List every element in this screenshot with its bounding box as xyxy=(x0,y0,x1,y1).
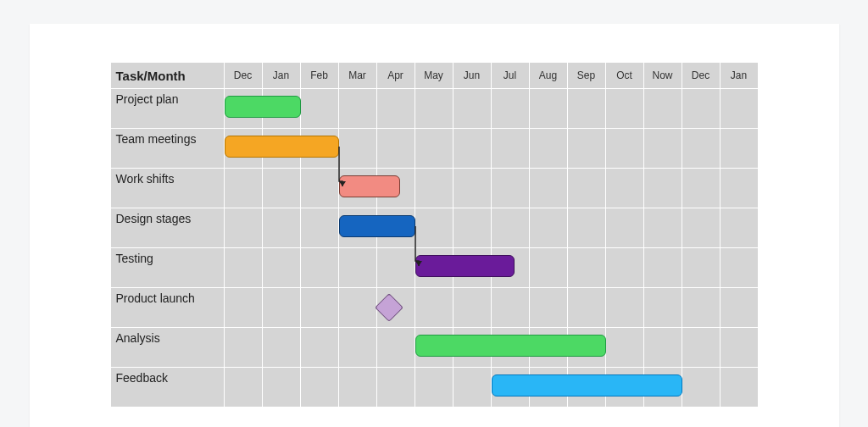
task-label: Product launch xyxy=(110,288,225,327)
grid-cell xyxy=(492,248,530,287)
grid-cell xyxy=(644,368,682,407)
grid-cell xyxy=(453,328,492,367)
grid-cell xyxy=(682,89,721,128)
grid-cell xyxy=(721,328,759,367)
grid-cell xyxy=(721,129,759,168)
grid-cell xyxy=(263,208,301,247)
grid-cell xyxy=(568,288,606,327)
grid-cell xyxy=(339,288,377,327)
grid-cell xyxy=(721,208,759,247)
gantt-card: Task/Month Dec Jan Feb Mar Apr May Jun J… xyxy=(30,24,839,427)
grid-cell xyxy=(377,129,415,168)
grid-cell xyxy=(263,129,301,168)
grid-cell xyxy=(644,328,682,367)
task-label: Work shifts xyxy=(110,169,225,208)
grid-cell xyxy=(339,328,377,367)
grid-cell xyxy=(415,89,453,128)
grid-cell xyxy=(682,328,721,367)
grid-cell xyxy=(377,368,415,407)
grid-cell xyxy=(377,208,415,247)
grid-cell xyxy=(568,208,606,247)
grid-cell xyxy=(301,208,339,247)
grid-cell xyxy=(301,89,339,128)
grid-cell xyxy=(721,89,759,128)
grid-cell xyxy=(415,248,453,287)
gantt-row: Team meetings xyxy=(110,128,759,168)
month-col: Jan xyxy=(721,63,759,88)
grid-cell xyxy=(301,248,339,287)
grid-cell xyxy=(377,89,415,128)
grid-cell xyxy=(225,248,263,287)
grid-cell xyxy=(530,368,568,407)
month-col: Feb xyxy=(301,63,339,88)
grid-cell xyxy=(263,328,301,367)
grid-cell xyxy=(682,288,721,327)
grid-cell xyxy=(339,169,377,208)
grid-cell xyxy=(339,208,377,247)
grid-cell xyxy=(339,248,377,287)
grid-cell xyxy=(568,89,606,128)
grid-cell xyxy=(492,288,530,327)
grid-cell xyxy=(530,328,568,367)
grid-cell xyxy=(339,89,377,128)
grid-cell xyxy=(606,328,644,367)
grid-cell xyxy=(453,248,492,287)
grid-cell xyxy=(453,89,492,128)
grid-cell xyxy=(453,368,492,407)
grid-cell xyxy=(225,328,263,367)
grid-cell xyxy=(339,129,377,168)
grid-cell xyxy=(263,248,301,287)
grid-cell xyxy=(568,368,606,407)
month-col: Dec xyxy=(682,63,721,88)
grid-cell xyxy=(721,288,759,327)
grid-cell xyxy=(492,89,530,128)
grid-cell xyxy=(415,129,453,168)
task-label: Design stages xyxy=(110,208,225,247)
grid-cell xyxy=(301,129,339,168)
grid-cell xyxy=(530,288,568,327)
grid-cell xyxy=(263,89,301,128)
task-label: Analysis xyxy=(110,328,225,367)
grid-cell xyxy=(225,288,263,327)
grid-cell xyxy=(606,368,644,407)
grid-cell xyxy=(492,169,530,208)
grid-cell xyxy=(530,208,568,247)
grid-cell xyxy=(530,248,568,287)
grid-cell xyxy=(721,248,759,287)
grid-cell xyxy=(225,169,263,208)
grid-cell xyxy=(606,89,644,128)
grid-cell xyxy=(263,169,301,208)
grid-cell xyxy=(530,89,568,128)
header-task-label: Task/Month xyxy=(110,63,225,88)
task-label: Feedback xyxy=(110,368,225,407)
grid-cell xyxy=(415,208,453,247)
grid-cell xyxy=(225,129,263,168)
gantt-row: Testing xyxy=(110,247,759,287)
grid-cell xyxy=(263,288,301,327)
month-col: Mar xyxy=(339,63,377,88)
gantt-row: Analysis xyxy=(110,327,759,367)
grid-cell xyxy=(301,328,339,367)
grid-cell xyxy=(682,368,721,407)
grid-cell xyxy=(415,328,453,367)
grid-cell xyxy=(568,248,606,287)
grid-cell xyxy=(377,288,415,327)
gantt-header-row: Task/Month Dec Jan Feb Mar Apr May Jun J… xyxy=(110,62,759,88)
month-col: Jun xyxy=(453,63,492,88)
month-col: Aug xyxy=(530,63,568,88)
grid-cell xyxy=(606,208,644,247)
month-col: Jul xyxy=(492,63,530,88)
grid-cell xyxy=(492,129,530,168)
grid-cell xyxy=(453,288,492,327)
grid-cell xyxy=(721,169,759,208)
grid-cell xyxy=(644,208,682,247)
grid-cell xyxy=(339,368,377,407)
grid-cell xyxy=(606,169,644,208)
grid-cell xyxy=(644,288,682,327)
grid-cell xyxy=(644,169,682,208)
grid-cell xyxy=(301,368,339,407)
grid-cell xyxy=(644,129,682,168)
month-col: Dec xyxy=(225,63,263,88)
grid-cell xyxy=(377,328,415,367)
grid-cell xyxy=(682,208,721,247)
